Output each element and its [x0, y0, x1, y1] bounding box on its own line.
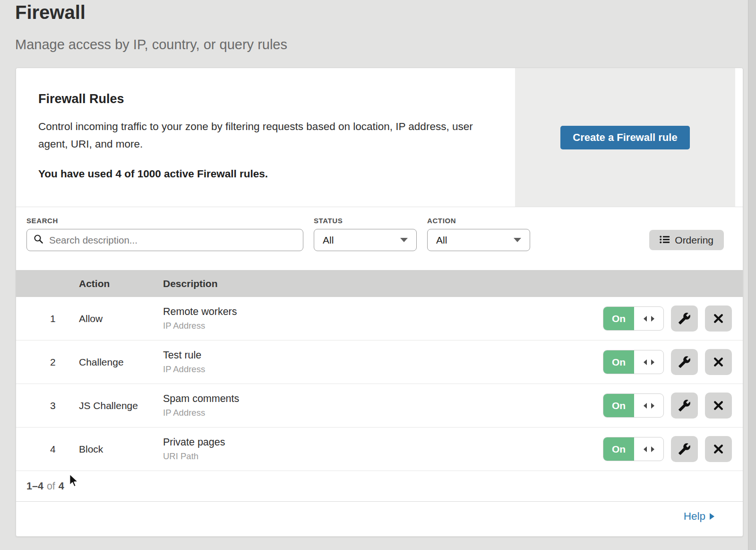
rule-action: Block [79, 444, 163, 455]
pagination-of: of [47, 480, 55, 492]
edit-rule-button[interactable] [671, 306, 698, 332]
toggle-handle[interactable] [634, 437, 663, 461]
action-column-header: Action [79, 278, 163, 289]
rule-controls: On [603, 436, 743, 462]
status-select-value: All [323, 235, 334, 246]
intro-section: Firewall Rules Control incoming traffic … [16, 68, 743, 207]
toggle-on-label: On [603, 350, 634, 374]
rule-match-type: IP Address [163, 321, 603, 331]
rule-description-cell: Remote workers IP Address [163, 306, 603, 331]
rule-controls: On [603, 393, 743, 419]
close-icon [713, 400, 724, 411]
close-icon [713, 313, 724, 324]
rule-controls: On [603, 306, 743, 332]
rule-description: Private pages [163, 437, 603, 448]
ordering-list-icon [660, 235, 670, 246]
rule-action: Allow [79, 313, 163, 324]
rule-description-cell: Spam comments IP Address [163, 393, 603, 418]
search-group: SEARCH [26, 217, 303, 251]
chevron-down-icon [514, 238, 521, 242]
action-select[interactable]: All [427, 229, 530, 251]
pagination: 1–4 of 4 [16, 471, 743, 501]
help-link[interactable]: Help [684, 510, 714, 523]
card-footer: Help [16, 501, 743, 531]
chevron-down-icon [400, 238, 408, 242]
rule-priority: 1 [16, 313, 79, 324]
left-right-arrows-icon [643, 359, 655, 365]
edit-rule-button[interactable] [671, 436, 698, 462]
table-row: 1 Allow Remote workers IP Address On [16, 297, 743, 340]
rule-enabled-toggle[interactable]: On [603, 306, 664, 331]
ordering-button-label: Ordering [675, 235, 713, 246]
rule-priority: 4 [16, 444, 79, 455]
edit-rule-button[interactable] [671, 393, 698, 419]
rule-enabled-toggle[interactable]: On [603, 437, 664, 461]
firewall-page: Firewall Manage access by IP, country, o… [0, 0, 756, 550]
rule-description-cell: Private pages URI Path [163, 437, 603, 462]
wrench-icon [678, 356, 691, 368]
rule-match-type: IP Address [163, 408, 603, 418]
toggle-on-label: On [603, 307, 634, 330]
close-icon [713, 443, 724, 455]
status-select[interactable]: All [314, 229, 417, 251]
rule-enabled-toggle[interactable]: On [603, 393, 664, 418]
table-header: Action Description [16, 270, 743, 297]
page-title: Firewall [15, 2, 86, 23]
help-link-label: Help [684, 510, 705, 523]
action-label: ACTION [427, 217, 530, 225]
edit-rule-button[interactable] [671, 349, 698, 375]
create-firewall-rule-button[interactable]: Create a Firewall rule [560, 126, 689, 149]
delete-rule-button[interactable] [705, 393, 732, 419]
left-right-arrows-icon [643, 446, 655, 452]
triangle-right-icon [710, 513, 714, 520]
rule-description: Spam comments [163, 393, 603, 405]
vertical-scrollbar[interactable] [748, 0, 756, 550]
wrench-icon [678, 399, 691, 412]
status-group: STATUS All [314, 217, 417, 251]
toggle-handle[interactable] [634, 394, 663, 417]
search-box [26, 229, 303, 251]
pagination-total: 4 [59, 480, 64, 492]
pagination-range: 1–4 [26, 480, 43, 492]
firewall-rules-card: Firewall Rules Control incoming traffic … [16, 68, 743, 537]
description-column-header: Description [163, 278, 603, 289]
delete-rule-button[interactable] [705, 436, 732, 462]
rule-enabled-toggle[interactable]: On [603, 350, 664, 374]
toggle-handle[interactable] [634, 350, 663, 374]
toggle-handle[interactable] [634, 307, 663, 330]
usage-summary: You have used 4 of 1000 active Firewall … [38, 168, 496, 180]
rule-match-type: IP Address [163, 364, 603, 375]
delete-rule-button[interactable] [705, 306, 732, 332]
card-description: Control incoming traffic to your zone by… [38, 118, 485, 153]
wrench-icon [678, 443, 691, 455]
rule-description: Remote workers [163, 306, 603, 318]
create-rule-panel: Create a Firewall rule [515, 68, 735, 207]
table-row: 2 Challenge Test rule IP Address On [16, 340, 743, 384]
rule-description-cell: Test rule IP Address [163, 349, 603, 375]
filter-bar: SEARCH STATUS All ACTION All [16, 207, 743, 270]
rule-controls: On [603, 349, 743, 375]
rule-description: Test rule [163, 349, 603, 361]
rule-action: Challenge [79, 357, 163, 368]
card-heading: Firewall Rules [38, 92, 496, 106]
table-row: 4 Block Private pages URI Path On [16, 428, 743, 471]
delete-rule-button[interactable] [705, 349, 732, 375]
rule-match-type: URI Path [163, 451, 603, 462]
rule-action: JS Challenge [79, 400, 163, 411]
left-right-arrows-icon [643, 403, 655, 409]
action-select-value: All [436, 235, 447, 246]
status-label: STATUS [314, 217, 417, 225]
wrench-icon [678, 312, 691, 325]
toggle-on-label: On [603, 394, 634, 417]
close-icon [713, 356, 724, 368]
page-subtitle: Manage access by IP, country, or query r… [15, 37, 287, 52]
left-right-arrows-icon [643, 316, 655, 322]
search-icon [34, 234, 44, 246]
action-group: ACTION All [427, 217, 530, 251]
toggle-on-label: On [603, 437, 634, 461]
search-input[interactable] [49, 235, 296, 246]
ordering-button[interactable]: Ordering [649, 230, 724, 250]
rule-priority: 3 [16, 400, 79, 411]
table-row: 3 JS Challenge Spam comments IP Address … [16, 384, 743, 428]
rule-priority: 2 [16, 357, 79, 368]
